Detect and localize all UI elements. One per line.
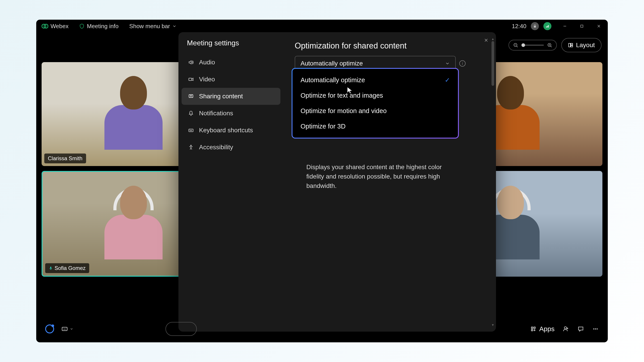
name-tag: Sofia Gomez — [45, 263, 89, 273]
cohost-indicator[interactable] — [45, 325, 54, 334]
close-icon — [597, 24, 601, 28]
svg-rect-2 — [534, 26, 536, 27]
chevron-down-icon — [172, 24, 177, 28]
svg-rect-5 — [548, 25, 549, 28]
layout-button[interactable]: Layout — [561, 38, 602, 52]
control-pill[interactable] — [166, 322, 197, 336]
show-menu-bar-button[interactable]: Show menu bar — [129, 23, 177, 30]
settings-panel: Meeting settings Audio Video Sharing con… — [178, 32, 496, 332]
content-heading: Optimization for shared content — [295, 41, 489, 50]
scroll-up-icon[interactable]: ▲ — [491, 37, 495, 41]
svg-line-14 — [550, 46, 552, 47]
option-auto[interactable]: Automatically optimize ✓ — [292, 72, 458, 88]
app-name-label: Webex — [50, 23, 68, 30]
share-icon — [188, 93, 194, 99]
zoom-in-icon[interactable] — [547, 42, 552, 48]
svg-rect-35 — [531, 329, 533, 331]
signal-icon — [546, 24, 550, 28]
shield-icon — [79, 23, 84, 29]
accessibility-icon — [188, 144, 194, 150]
check-icon: ✓ — [445, 76, 450, 84]
clock: 12:40 — [512, 23, 526, 30]
lock-badge[interactable] — [531, 22, 539, 30]
participants-button[interactable] — [562, 326, 569, 332]
zoom-slider[interactable] — [522, 45, 544, 45]
app-logo[interactable]: Webex — [42, 23, 68, 30]
svg-rect-25 — [189, 129, 193, 132]
nav-item-sharing[interactable]: Sharing content — [182, 88, 280, 105]
cc-icon: cc — [61, 326, 68, 332]
apps-icon — [530, 326, 536, 332]
maximize-button[interactable] — [578, 22, 586, 30]
scroll-thumb[interactable] — [492, 41, 494, 86]
lock-icon — [533, 24, 537, 28]
more-button[interactable] — [592, 326, 599, 332]
nav-item-accessibility[interactable]: Accessibility — [182, 139, 280, 156]
nav-item-keyboard[interactable]: Keyboard shortcuts — [182, 122, 280, 139]
option-text[interactable]: Optimize for text and images — [292, 88, 458, 103]
nav-label: Accessibility — [199, 144, 233, 151]
titlebar: Webex Meeting info Show menu bar 12:40 — [36, 20, 608, 33]
nav-label: Keyboard shortcuts — [199, 127, 253, 134]
bell-icon — [188, 110, 194, 116]
svg-point-30 — [190, 145, 192, 146]
apps-button[interactable]: Apps — [530, 325, 554, 333]
svg-rect-7 — [581, 25, 583, 27]
mic-icon — [49, 266, 53, 270]
meeting-info-button[interactable]: Meeting info — [79, 23, 118, 30]
svg-rect-23 — [189, 78, 192, 81]
nav-item-notifications[interactable]: Notifications — [182, 105, 280, 122]
layout-icon — [568, 42, 573, 48]
layout-label: Layout — [576, 41, 595, 49]
top-controls: Layout — [508, 38, 602, 52]
svg-line-11 — [516, 46, 518, 47]
app-window: Webex Meeting info Show menu bar 12:40 — [36, 20, 608, 342]
chevron-down-icon — [445, 61, 450, 66]
speaker-icon — [188, 59, 194, 65]
name-tag: Clarissa Smith — [44, 153, 86, 163]
maximize-icon — [580, 24, 584, 28]
svg-rect-4 — [547, 26, 548, 28]
svg-rect-17 — [569, 43, 570, 47]
dropdown-selected-label: Automatically optimize — [300, 60, 363, 67]
svg-point-38 — [564, 327, 567, 329]
chat-button[interactable] — [577, 326, 584, 332]
svg-rect-34 — [534, 327, 535, 329]
option-motion[interactable]: Optimize for motion and video — [292, 103, 458, 119]
keyboard-icon — [188, 127, 194, 133]
svg-rect-33 — [531, 327, 533, 329]
svg-text:cc: cc — [63, 328, 66, 330]
nav-label: Audio — [199, 59, 215, 66]
minimize-icon — [563, 24, 567, 28]
nav-label: Sharing content — [199, 93, 243, 100]
zoom-out-icon[interactable] — [513, 42, 518, 48]
meeting-info-label: Meeting info — [87, 23, 118, 30]
svg-rect-20 — [50, 267, 52, 269]
camera-icon — [188, 76, 194, 82]
zoom-control[interactable] — [508, 40, 557, 50]
info-icon[interactable]: i — [459, 60, 466, 67]
nav-label: Video — [199, 76, 215, 83]
nav-item-audio[interactable]: Audio — [182, 54, 280, 71]
people-icon — [562, 326, 569, 332]
scrollbar[interactable]: ▲ ▼ — [492, 41, 494, 323]
minimize-button[interactable] — [561, 22, 568, 30]
svg-point-40 — [595, 329, 596, 330]
menu-bar-label: Show menu bar — [129, 23, 170, 30]
dropdown-menu: Automatically optimize ✓ Optimize for te… — [292, 68, 459, 139]
svg-point-39 — [593, 329, 594, 330]
option-3d[interactable]: Optimize for 3D — [292, 119, 458, 134]
bottom-bar: cc Apps — [36, 316, 608, 342]
apps-label: Apps — [539, 325, 554, 333]
svg-rect-19 — [571, 45, 573, 47]
nav-label: Notifications — [199, 110, 233, 117]
captions-button[interactable]: cc — [61, 326, 73, 332]
nav-item-video[interactable]: Video — [182, 71, 280, 88]
chat-icon — [577, 326, 584, 332]
settings-title: Meeting settings — [182, 39, 280, 54]
close-window-button[interactable] — [595, 22, 602, 30]
svg-point-41 — [596, 329, 598, 330]
tooltip: Displays your shared content at the high… — [299, 156, 451, 197]
signal-badge[interactable] — [544, 22, 552, 30]
more-icon — [592, 326, 599, 332]
